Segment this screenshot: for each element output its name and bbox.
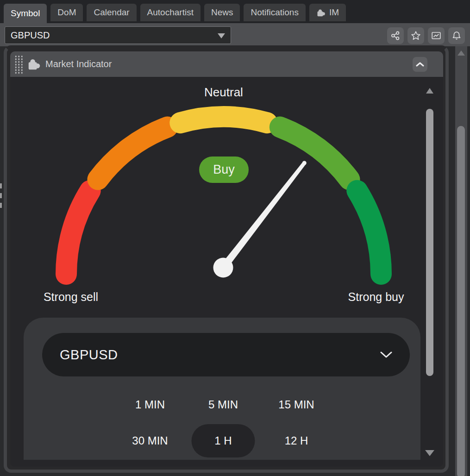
gauge-label-neutral: Neutral (204, 85, 243, 100)
widget-scroll-down-arrow-icon[interactable] (425, 450, 434, 456)
bell-icon (451, 30, 462, 41)
tab-label: Calendar (94, 7, 129, 18)
gauge-needle-tip (302, 161, 307, 165)
chart-icon (431, 30, 442, 41)
page-scrollbar[interactable] (455, 46, 467, 476)
widget-scroll-up-arrow-icon[interactable] (426, 88, 433, 94)
tab-dom[interactable]: DoM (50, 4, 83, 21)
tab-label: News (211, 7, 233, 18)
tab-news[interactable]: News (204, 4, 240, 21)
chevron-down-icon (380, 351, 392, 358)
puzzle-icon (27, 57, 41, 73)
gauge-symbol-value: GBPUSD (60, 347, 118, 363)
tab-notifications[interactable]: Notifications (244, 4, 306, 21)
widget-scrollbar-thumb[interactable] (426, 109, 433, 376)
star-icon (410, 30, 421, 41)
favorite-button[interactable] (407, 27, 424, 44)
sentiment-gauge (10, 77, 443, 322)
page-scrollbar-thumb[interactable] (457, 126, 465, 476)
tab-autochartist[interactable]: Autochartist (140, 4, 201, 21)
tab-label: IM (329, 7, 339, 18)
left-splitter-handle[interactable] (0, 183, 2, 188)
timeframe-1min[interactable]: 1 MIN (118, 388, 182, 421)
gauge-reading-badge: Buy (199, 157, 249, 183)
gauge-settings-panel: GBPUSD 1 MIN 5 MIN 15 MIN 30 MIN 1 H 12 … (24, 318, 420, 460)
gauge-segment-strong-sell (66, 191, 90, 274)
symbol-toolbar: GBPUSD (0, 23, 470, 46)
scroll-up-arrow-icon[interactable] (457, 50, 465, 56)
symbol-dropdown-value: GBPUSD (11, 30, 50, 41)
chart-button[interactable] (428, 27, 445, 44)
tab-label: Symbol (11, 8, 40, 19)
tab-bar: Symbol DoM Calendar Autochartist News No… (0, 0, 470, 23)
left-splitter-handle[interactable] (0, 193, 2, 198)
gauge-label-strong-buy: Strong buy (348, 290, 404, 304)
gauge-segment-neutral (180, 117, 267, 123)
tab-im[interactable]: IM (309, 4, 346, 21)
share-button[interactable] (387, 27, 404, 44)
dropdown-caret-icon (218, 33, 225, 38)
collapse-widget-button[interactable] (413, 57, 427, 72)
gauge-symbol-dropdown[interactable]: GBPUSD (42, 333, 410, 376)
tab-calendar[interactable]: Calendar (87, 4, 136, 21)
tab-label: Notifications (251, 7, 299, 18)
market-indicator-header: Market Indicator (10, 51, 443, 77)
timeframe-15min[interactable]: 15 MIN (264, 388, 329, 421)
app-window: Symbol DoM Calendar Autochartist News No… (0, 0, 470, 476)
market-indicator-widget: Neutral Strong sell Strong buy Buy GBPUS… (10, 77, 443, 467)
timeframe-1h[interactable]: 1 H (192, 424, 255, 457)
puzzle-icon (316, 8, 326, 17)
gauge-label-strong-sell: Strong sell (44, 290, 98, 304)
widget-title: Market Indicator (45, 59, 112, 69)
chevron-up-icon (416, 62, 424, 67)
share-icon (390, 30, 401, 41)
gauge-needle-hub (213, 258, 233, 278)
tab-label: DoM (57, 7, 76, 18)
tab-symbol[interactable]: Symbol (4, 4, 47, 23)
gauge-segment-strong-buy (357, 191, 381, 274)
timeframe-12h[interactable]: 12 H (264, 424, 329, 457)
timeframe-30min[interactable]: 30 MIN (118, 424, 182, 457)
gauge-segment-buy (280, 127, 350, 180)
gauge-segment-sell (98, 127, 168, 180)
timeframe-5min[interactable]: 5 MIN (191, 388, 256, 421)
left-splitter-handle[interactable] (0, 203, 2, 208)
tab-label: Autochartist (147, 7, 194, 18)
symbol-dropdown[interactable]: GBPUSD (5, 26, 231, 44)
alerts-button[interactable] (448, 27, 465, 44)
drag-handle[interactable] (14, 55, 23, 74)
